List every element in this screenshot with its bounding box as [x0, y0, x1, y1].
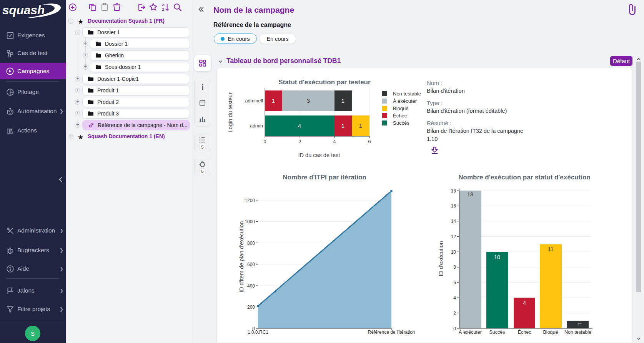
svg-text:11: 11	[547, 246, 553, 252]
svg-text:Succès: Succès	[489, 330, 505, 335]
svg-text:Référence de l'itération: Référence de l'itération	[368, 330, 415, 335]
svg-text:Échec: Échec	[393, 113, 407, 119]
svg-text:Non testable: Non testable	[393, 91, 421, 97]
svg-text:10: 10	[451, 249, 456, 255]
svg-text:Non testable: Non testable	[564, 330, 591, 335]
svg-text:400: 400	[247, 283, 255, 289]
svg-text:1200: 1200	[245, 198, 255, 203]
svg-text:Login du testeur: Login du testeur	[227, 92, 233, 132]
svg-text:Bloqué: Bloqué	[543, 330, 558, 335]
svg-text:ID d'exécution: ID d'exécution	[438, 241, 444, 276]
svg-text:adminell: adminell	[245, 98, 263, 104]
svg-text:600: 600	[247, 262, 255, 267]
svg-text:6: 6	[368, 139, 371, 144]
svg-text:16: 16	[451, 203, 456, 209]
svg-text:À exécuter: À exécuter	[459, 329, 482, 335]
svg-text:A: A	[162, 3, 165, 7]
svg-text:Z: Z	[162, 7, 164, 12]
svg-text:1: 1	[359, 122, 362, 129]
svg-text:admin: admin	[250, 123, 263, 129]
svg-text:1: 1	[341, 122, 344, 129]
svg-text:Succès: Succès	[393, 120, 409, 126]
svg-text:3: 3	[307, 97, 310, 104]
svg-text:14: 14	[451, 219, 456, 224]
svg-text:2: 2	[453, 311, 456, 316]
svg-text:8: 8	[453, 264, 456, 270]
svg-text:Nombre d'exécution par statut: Nombre d'exécution par statut d'exécutio…	[458, 174, 590, 181]
svg-text:0: 0	[264, 139, 266, 144]
svg-text:À exécuter: À exécuter	[393, 98, 417, 104]
svg-text:1: 1	[577, 322, 582, 325]
svg-text:4: 4	[523, 300, 526, 306]
svg-text:1: 1	[272, 97, 275, 104]
svg-text:ID d'item de plan d'exécution: ID d'item de plan d'exécution	[238, 221, 245, 292]
svg-text:1: 1	[341, 97, 344, 104]
svg-text:800: 800	[247, 241, 255, 246]
svg-text:4: 4	[333, 139, 336, 144]
svg-text:0: 0	[453, 326, 456, 331]
svg-text:Statut d'exécution par testeur: Statut d'exécution par testeur	[278, 79, 371, 86]
svg-text:1.0.0.RC1: 1.0.0.RC1	[248, 330, 268, 335]
svg-text:18: 18	[467, 191, 473, 197]
svg-text:2: 2	[299, 139, 301, 144]
svg-text:200: 200	[247, 305, 255, 310]
svg-text:10: 10	[494, 254, 500, 260]
svg-text:1000: 1000	[245, 219, 255, 224]
svg-text:Nombre d'ITPI par itération: Nombre d'ITPI par itération	[283, 174, 366, 181]
svg-text:4: 4	[453, 295, 456, 301]
svg-text:Bloqué: Bloqué	[393, 105, 408, 111]
svg-text:ID du cas de test: ID du cas de test	[298, 152, 340, 158]
svg-text:Échec: Échec	[518, 329, 531, 335]
svg-text:12: 12	[451, 234, 456, 239]
svg-text:4: 4	[298, 122, 301, 129]
svg-text:squash: squash	[2, 3, 45, 17]
svg-text:18: 18	[451, 188, 456, 194]
svg-text:6: 6	[453, 280, 456, 285]
